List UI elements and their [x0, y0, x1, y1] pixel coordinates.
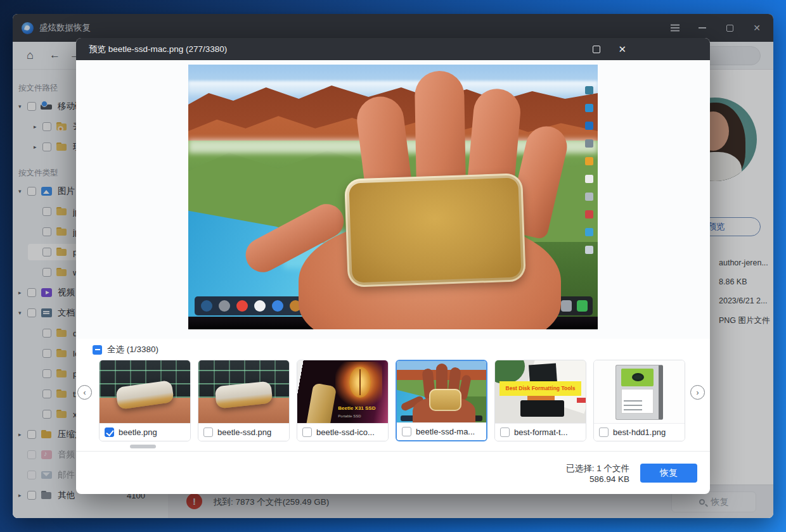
thumbnail-label: best-hdd1.png — [594, 423, 685, 441]
thumbnail-checkbox[interactable] — [500, 428, 510, 437]
thumbnail-label: beetle-ssd-ma... — [397, 422, 486, 440]
dialog-titlebar: 预览 beetle-ssd-mac.png (277/3380) ✕ — [76, 38, 710, 60]
thumbnail-filename: beetle.png — [119, 428, 157, 437]
thumbnail-checkbox[interactable] — [203, 428, 213, 437]
thumb-strip-prev-button[interactable]: ‹ — [77, 385, 92, 400]
thumbnail-label: beetle-ssd-ico... — [297, 423, 388, 441]
selection-size: 586.94 KB — [488, 474, 629, 484]
thumbnail-beetle-ssd.png[interactable]: beetle-ssd.png — [198, 360, 290, 441]
thumbnail-filename: best-format-t... — [514, 428, 568, 437]
desktop-background: 盛炫数据恢复 ✕ ⌂ ← → 按文件路径▾移动硬▸丢失▸现有按文件类型▾图片jp… — [0, 0, 786, 532]
thumbnail-filename: beetle-ssd-ma... — [416, 427, 475, 436]
thumb-strip-scrollbar[interactable] — [130, 445, 156, 448]
thumbnail-best-hdd1.png[interactable]: best-hdd1.png — [593, 360, 685, 441]
gold-ssd — [344, 173, 526, 288]
thumbnail-beetle-ssd-ma...[interactable]: beetle-ssd-ma... — [396, 360, 487, 441]
thumbnail-strip: beetle.pngbeetle-ssd.pngBeetle X31 SSDPo… — [99, 360, 685, 441]
thumbnail-checkbox[interactable] — [402, 427, 411, 436]
select-all-row[interactable]: 全选 (1/3380) — [93, 344, 158, 355]
preview-dialog: 预览 beetle-ssd-mac.png (277/3380) ✕ — [76, 38, 710, 494]
thumbnail-filename: best-hdd1.png — [613, 428, 666, 437]
selection-count: 已选择: 1 个文件 — [488, 463, 629, 474]
thumbnail-label: beetle-ssd.png — [198, 423, 289, 441]
dialog-recover-button[interactable]: 恢复 — [640, 464, 697, 483]
thumbnail-best-format-t...[interactable]: Best Disk Formatting Toolsbest-format-t.… — [494, 360, 586, 441]
wallpaper-desktop-icons — [585, 86, 594, 276]
thumbnail-checkbox[interactable] — [105, 428, 114, 437]
dialog-title: 预览 beetle-ssd-mac.png (277/3380) — [89, 44, 227, 55]
thumbnail-checkbox[interactable] — [599, 428, 609, 437]
dialog-maximize-button[interactable] — [593, 46, 600, 53]
dialog-close-button[interactable]: ✕ — [618, 44, 626, 55]
thumbnail-beetle.png[interactable]: beetle.png — [99, 360, 191, 441]
thumbnail-beetle-ssd-ico...[interactable]: Beetle X31 SSDPortable SSDbeetle-ssd-ico… — [297, 360, 389, 441]
thumbnail-label: beetle.png — [100, 423, 190, 441]
thumbnail-filename: beetle-ssd-ico... — [316, 428, 375, 437]
thumbnail-label: best-format-t... — [495, 423, 586, 441]
thumbnail-filename: beetle-ssd.png — [217, 428, 271, 437]
preview-image — [188, 65, 598, 329]
select-all-checkbox[interactable] — [93, 345, 102, 355]
thumb-strip-next-button[interactable]: › — [690, 385, 705, 400]
selection-summary: 已选择: 1 个文件 586.94 KB — [488, 463, 629, 484]
thumbnail-checkbox[interactable] — [302, 428, 312, 437]
preview-pane — [76, 60, 710, 339]
select-all-label: 全选 (1/3380) — [107, 344, 158, 355]
